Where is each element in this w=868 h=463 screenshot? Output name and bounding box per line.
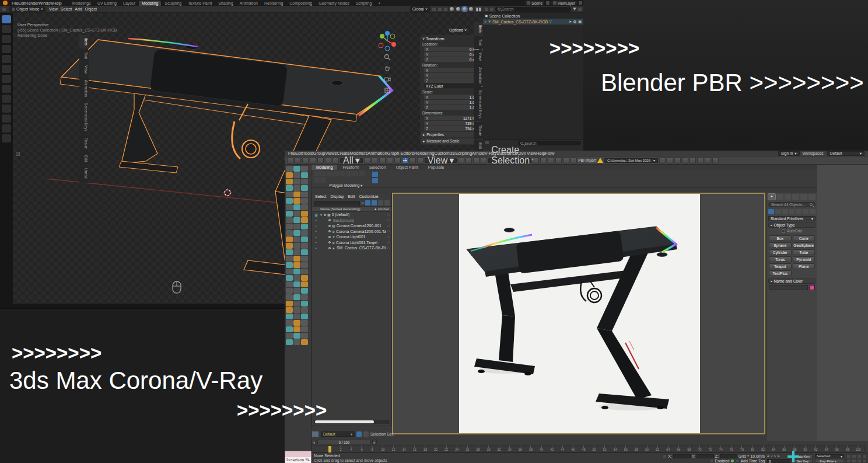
scale-icon[interactable]: scale bbox=[2, 55, 11, 63]
toolbar-icon[interactable] bbox=[364, 157, 370, 163]
shear-icon[interactable]: shear bbox=[2, 134, 11, 142]
explorer-row[interactable]: ▪ ⊕ Corona Camera1200-001.Tar... bbox=[312, 229, 391, 235]
ribbon-group-label[interactable]: Polygon Modeling ▾ bbox=[314, 183, 378, 188]
toolbar-icon[interactable] bbox=[682, 157, 688, 163]
field-of-view-icon[interactable] bbox=[862, 454, 867, 458]
toolbar-icon[interactable] bbox=[286, 172, 293, 178]
key-selection-dropdown[interactable]: Selected▾ bbox=[815, 454, 844, 458]
visibility-icon[interactable] bbox=[328, 241, 331, 243]
frozen-toggle[interactable] bbox=[387, 236, 390, 238]
explorer-menu-display[interactable]: Display bbox=[330, 194, 344, 199]
max-viewport[interactable] bbox=[392, 193, 765, 434]
navigation-gizmo[interactable] bbox=[376, 29, 398, 53]
toolbar-icon[interactable] bbox=[379, 157, 386, 163]
cylinder-button[interactable]: Cylinder bbox=[769, 249, 792, 255]
selection-filter-dropdown[interactable]: All ▾ bbox=[340, 158, 363, 163]
explorer-row[interactable]: ▪ ☀ Corona Light001 bbox=[312, 234, 391, 240]
object-color-swatch[interactable] bbox=[810, 285, 815, 290]
shading-solid-icon[interactable] bbox=[456, 7, 460, 11]
toolbar-icon[interactable] bbox=[293, 192, 300, 197]
select-move-icon[interactable] bbox=[402, 157, 408, 163]
workspace-tab[interactable]: Modeling bbox=[139, 1, 161, 6]
project-path-dropdown[interactable]: C:\Users\bc...3ds Max 2026 ▾ bbox=[604, 158, 658, 163]
timeline-ruler[interactable]: 2468101214161820222426283032343638404244… bbox=[312, 445, 864, 452]
overlays-icon[interactable] bbox=[444, 8, 447, 11]
workspace-tab[interactable]: Geometry Nodes bbox=[316, 1, 352, 6]
zoom-extents-icon[interactable] bbox=[857, 454, 862, 458]
toolbar-icon[interactable] bbox=[570, 157, 577, 163]
visibility-icon[interactable] bbox=[328, 236, 331, 238]
named-selection-set-field[interactable]: Create Selection Se ▾ bbox=[488, 158, 531, 163]
clear-search-icon[interactable]: ✕ bbox=[361, 201, 364, 205]
object-name-field[interactable] bbox=[769, 285, 808, 290]
extrude-icon[interactable]: extrude bbox=[2, 105, 11, 113]
z-coordinate-field[interactable] bbox=[720, 454, 737, 458]
visibility-icon[interactable] bbox=[328, 225, 331, 227]
toolbar-icon[interactable] bbox=[286, 301, 293, 307]
orbit-icon[interactable] bbox=[852, 459, 856, 463]
toolbar-icon[interactable] bbox=[293, 224, 300, 229]
toolbar-icon[interactable] bbox=[301, 211, 308, 217]
ribbon-toggle-icon[interactable] bbox=[372, 172, 378, 177]
explorer-row[interactable]: ▦ ▼ ▦ 0 (default) bbox=[312, 212, 391, 218]
ribbon-tab[interactable]: Object Paint bbox=[391, 165, 423, 170]
spacewarps-category-icon[interactable] bbox=[803, 209, 808, 214]
toolbar-icon[interactable] bbox=[286, 320, 293, 326]
toolbar-icon[interactable] bbox=[555, 157, 562, 163]
scale-field[interactable]: X1.000 bbox=[424, 95, 481, 99]
helpers-category-icon[interactable] bbox=[796, 209, 802, 214]
orientation-selector[interactable]: Global˅ bbox=[410, 6, 430, 12]
toolbar-icon[interactable] bbox=[301, 204, 308, 210]
new-viewlayer-icon[interactable] bbox=[579, 1, 582, 5]
toolbar-icon[interactable] bbox=[387, 157, 393, 163]
viewlayer-dropdown[interactable]: ViewLayer bbox=[551, 1, 577, 5]
explorer-menu-edit[interactable]: Edit bbox=[348, 194, 355, 199]
toolbar-icon[interactable] bbox=[310, 157, 316, 163]
object-row[interactable]: ▸ ▼ SM_Cactus_CS-GTZ-BK-RGB ▽ ➤ ▦ bbox=[483, 19, 583, 25]
key-filters-button[interactable]: Key Filters... bbox=[815, 459, 844, 463]
toolbar-icon[interactable] bbox=[286, 275, 293, 281]
toolbar-icon[interactable] bbox=[286, 281, 293, 287]
annotate-icon[interactable]: annotate bbox=[2, 75, 11, 83]
location-field[interactable]: Z0 mm bbox=[424, 57, 481, 62]
workspace-tab[interactable]: + bbox=[375, 1, 383, 6]
toolbar-icon[interactable] bbox=[301, 198, 308, 204]
toolbar-icon[interactable] bbox=[301, 236, 308, 242]
npanel-tab[interactable]: View bbox=[79, 62, 89, 76]
toolbar-icon[interactable] bbox=[293, 204, 300, 210]
npanel-tab[interactable]: Item bbox=[79, 35, 89, 48]
column-frozen-header[interactable]: Frozen bbox=[378, 207, 389, 211]
pan-icon[interactable] bbox=[846, 459, 851, 463]
toolbar-icon[interactable] bbox=[293, 230, 300, 236]
toolbar-icon[interactable] bbox=[286, 230, 293, 236]
toolbar-icon[interactable] bbox=[286, 262, 293, 268]
toolbar-icon[interactable] bbox=[286, 211, 293, 217]
play-button[interactable]: › bbox=[774, 454, 776, 458]
toolbar-icon[interactable] bbox=[301, 172, 308, 178]
collection-filter-icon[interactable] bbox=[490, 8, 494, 11]
npanel-tab[interactable]: Tool bbox=[474, 36, 483, 49]
toolbar-icon[interactable] bbox=[293, 249, 300, 255]
toolbar-icon[interactable] bbox=[466, 157, 472, 163]
max-menu-arnold[interactable]: Arnold bbox=[472, 151, 485, 156]
toolbar-icon[interactable] bbox=[293, 320, 300, 326]
toolbar-icon[interactable] bbox=[293, 217, 300, 223]
scale-field[interactable]: Y1.000 bbox=[424, 100, 481, 105]
properties-editor-icon[interactable] bbox=[485, 141, 489, 144]
pbi-import-button[interactable]: PBI Import bbox=[578, 158, 596, 162]
toolbar-icon[interactable] bbox=[301, 249, 308, 255]
workspace-tab[interactable]: Modeling2 bbox=[69, 1, 94, 6]
annotation-marker-icon[interactable] bbox=[16, 152, 20, 156]
toolbar-icon[interactable] bbox=[301, 294, 308, 300]
transform-gizmo-toggle[interactable] bbox=[662, 454, 667, 458]
toolbar-icon[interactable] bbox=[301, 224, 308, 229]
toolbar-icon[interactable] bbox=[301, 185, 308, 191]
viewport-layout-icon[interactable] bbox=[862, 459, 867, 463]
cursor-icon[interactable]: cursor bbox=[2, 25, 11, 33]
npanel-tab[interactable]: Unreal bbox=[79, 165, 89, 182]
knife-icon[interactable]: knife bbox=[2, 114, 11, 123]
rotation-field[interactable]: Z0° bbox=[424, 78, 481, 83]
scale-field[interactable]: Z1.000 bbox=[424, 105, 481, 110]
explorer-menu-customize[interactable]: Customize bbox=[359, 194, 378, 199]
toolbar-icon[interactable] bbox=[352, 171, 358, 176]
